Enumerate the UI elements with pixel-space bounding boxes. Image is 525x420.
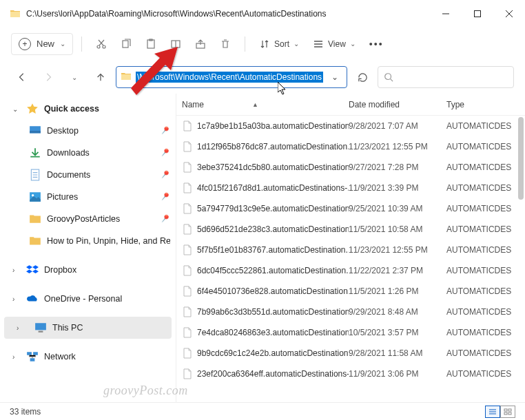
table-row[interactable]: 23ef200ca6364eff.automaticDestinations-.… bbox=[176, 364, 525, 384]
dropbox-icon bbox=[26, 264, 39, 276]
chevron-down-icon: ⌄ bbox=[350, 40, 356, 48]
table-row[interactable]: 1c7a9be1b15a03ba.automaticDestination..9… bbox=[176, 116, 525, 136]
file-icon bbox=[182, 348, 193, 359]
chevron-right-icon: › bbox=[12, 266, 21, 274]
sidebar: ⌄ Quick access Desktop 📍 Downloads 📍 Doc… bbox=[0, 94, 176, 402]
network-icon bbox=[26, 350, 39, 363]
star-icon bbox=[26, 103, 39, 115]
share-button[interactable] bbox=[189, 33, 212, 55]
file-icon bbox=[182, 224, 193, 235]
cut-button[interactable] bbox=[90, 33, 112, 55]
scrollbar[interactable] bbox=[518, 117, 524, 401]
sidebar-item-thispc[interactable]: › This PC bbox=[4, 317, 172, 339]
search-icon bbox=[384, 72, 393, 82]
maximize-button[interactable] bbox=[462, 0, 493, 28]
up-button[interactable] bbox=[90, 66, 112, 88]
scrollbar-thumb[interactable] bbox=[518, 117, 524, 200]
sidebar-item-downloads[interactable]: Downloads 📍 bbox=[0, 142, 176, 164]
table-row[interactable]: 3ebe375241dc5b80.automaticDestination..9… bbox=[176, 157, 525, 178]
table-row[interactable]: 5d696d521de238c3.automaticDestination..1… bbox=[176, 219, 525, 240]
view-button[interactable]: View ⌄ bbox=[307, 33, 361, 55]
delete-button[interactable] bbox=[214, 33, 236, 55]
rename-button[interactable] bbox=[165, 33, 187, 55]
address-path: \Microsoft\Windows\Recent\AutomaticDesti… bbox=[136, 72, 323, 83]
toolbar: + New ⌄ Sort ⌄ View ⌄ ••• bbox=[0, 28, 525, 61]
chevron-right-icon: › bbox=[12, 295, 21, 303]
sidebar-item-network[interactable]: › Network bbox=[0, 346, 176, 368]
address-bar[interactable]: \Microsoft\Windows\Recent\AutomaticDesti… bbox=[116, 66, 347, 88]
forward-button[interactable] bbox=[37, 66, 59, 88]
file-list: 1c7a9be1b15a03ba.automaticDestination..9… bbox=[176, 116, 525, 402]
chevron-down-icon: ⌄ bbox=[72, 74, 77, 81]
file-icon bbox=[182, 306, 193, 317]
sidebar-item-onedrive[interactable]: › OneDrive - Personal bbox=[0, 288, 176, 310]
svg-rect-17 bbox=[33, 352, 38, 355]
view-label: View bbox=[328, 39, 346, 49]
plus-icon: + bbox=[19, 38, 31, 50]
svg-rect-21 bbox=[504, 412, 507, 414]
close-button[interactable] bbox=[493, 0, 525, 28]
quick-access-label: Quick access bbox=[44, 104, 99, 114]
refresh-button[interactable] bbox=[351, 66, 373, 88]
copy-button[interactable] bbox=[115, 33, 137, 55]
file-icon bbox=[182, 120, 193, 132]
pin-icon: 📍 bbox=[158, 124, 172, 138]
file-icon bbox=[182, 286, 193, 297]
column-headers: Name▲ Date modified Type bbox=[176, 94, 525, 116]
separator bbox=[245, 36, 245, 52]
table-row[interactable]: 5f7b5f1e01b83767.automaticDestination..1… bbox=[176, 240, 525, 260]
window-title: C:\Users\lori\AppData\Roaming\Microsoft\… bbox=[26, 9, 430, 19]
file-icon bbox=[182, 244, 193, 255]
separator bbox=[81, 36, 82, 52]
sidebar-item-groovypost[interactable]: GroovyPostArticles 📍 bbox=[0, 208, 176, 230]
back-button[interactable] bbox=[11, 66, 33, 88]
downloads-icon bbox=[29, 147, 41, 159]
icons-view-button[interactable] bbox=[500, 406, 515, 418]
sidebar-item-documents[interactable]: Documents 📍 bbox=[0, 164, 176, 186]
folder-icon bbox=[10, 8, 21, 19]
sidebar-item-howto[interactable]: How to Pin, Unpin, Hide, and Re bbox=[0, 230, 176, 252]
new-label: New bbox=[37, 39, 54, 49]
sort-button[interactable]: Sort ⌄ bbox=[254, 33, 305, 55]
address-dropdown[interactable]: ⌄ bbox=[327, 72, 342, 82]
more-button[interactable]: ••• bbox=[364, 33, 389, 55]
recent-dropdown[interactable]: ⌄ bbox=[63, 66, 85, 88]
table-row[interactable]: 1d12f965b876dc87.automaticDestination..1… bbox=[176, 136, 525, 157]
status-item-count: 33 items bbox=[10, 407, 41, 417]
column-name[interactable]: Name▲ bbox=[176, 100, 349, 109]
svg-rect-18 bbox=[30, 358, 35, 361]
column-date[interactable]: Date modified bbox=[349, 100, 446, 109]
new-button[interactable]: + New ⌄ bbox=[11, 33, 73, 55]
sidebar-item-quick-access[interactable]: ⌄ Quick access bbox=[0, 98, 176, 120]
chevron-down-icon: ⌄ bbox=[294, 40, 299, 48]
table-row[interactable]: 6f4e45010736e828.automaticDestination..1… bbox=[176, 281, 525, 302]
table-row[interactable]: 9b9cdc69c1c24e2b.automaticDestination..9… bbox=[176, 343, 525, 364]
table-row[interactable]: 6dc04f5ccc522861.automaticDestination..1… bbox=[176, 260, 525, 281]
folder-icon bbox=[121, 71, 132, 84]
svg-rect-15 bbox=[39, 331, 43, 333]
column-type[interactable]: Type bbox=[446, 100, 525, 109]
svg-rect-22 bbox=[508, 412, 511, 414]
details-view-button[interactable] bbox=[485, 406, 500, 418]
svg-rect-10 bbox=[30, 131, 41, 133]
file-icon bbox=[182, 265, 193, 276]
sidebar-item-pictures[interactable]: Pictures 📍 bbox=[0, 186, 176, 208]
minimize-button[interactable] bbox=[430, 0, 462, 28]
onedrive-icon bbox=[26, 293, 39, 305]
search-box[interactable] bbox=[378, 66, 514, 88]
table-row[interactable]: 5a794779d13c9e5e.automaticDestination..9… bbox=[176, 198, 525, 219]
sidebar-item-desktop[interactable]: Desktop 📍 bbox=[0, 120, 176, 142]
pin-icon: 📍 bbox=[158, 146, 172, 160]
table-row[interactable]: 7b99ab6c3d3b551d.automaticDestination..9… bbox=[176, 302, 525, 322]
folder-icon bbox=[29, 235, 41, 247]
table-row[interactable]: 7e4dca80246863e3.automaticDestination..1… bbox=[176, 322, 525, 343]
chevron-down-icon: ⌄ bbox=[60, 40, 65, 48]
sidebar-item-dropbox[interactable]: › Dropbox bbox=[0, 259, 176, 281]
chevron-right-icon: › bbox=[17, 324, 25, 332]
table-row[interactable]: 4fc015f2167d8d1.automaticDestinations-..… bbox=[176, 178, 525, 198]
chevron-down-icon: ⌄ bbox=[12, 105, 21, 113]
documents-icon bbox=[29, 169, 41, 181]
chevron-right-icon: › bbox=[12, 353, 21, 361]
file-icon bbox=[182, 368, 193, 379]
paste-button[interactable] bbox=[140, 33, 162, 55]
